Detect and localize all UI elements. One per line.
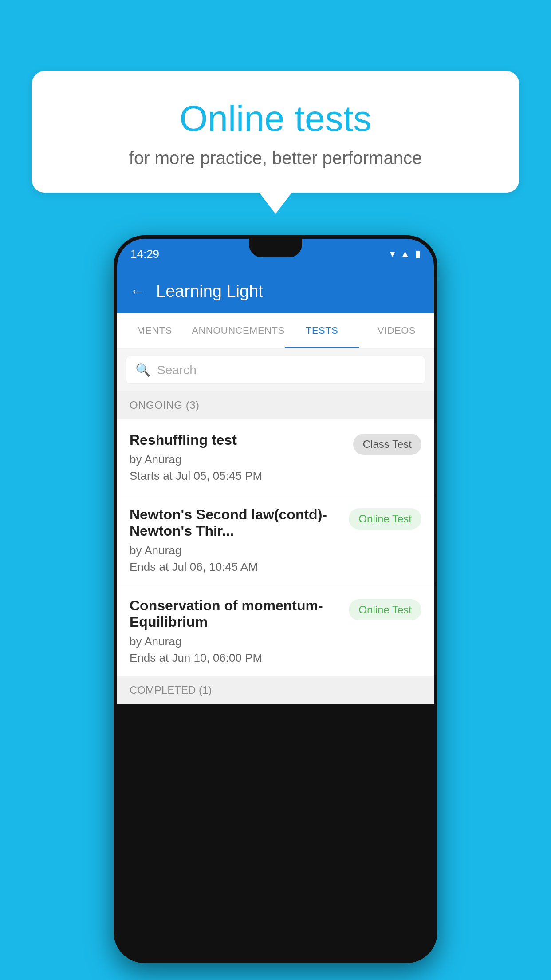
test-by-newton: by Anurag (130, 544, 342, 557)
app-bar-title: Learning Light (156, 282, 263, 301)
test-item-info-newton: Newton's Second law(contd)-Newton's Thir… (130, 506, 342, 574)
badge-reshuffling: Class Test (353, 434, 421, 455)
completed-section-header: COMPLETED (1) (117, 676, 434, 704)
test-by-reshuffling: by Anurag (130, 453, 346, 466)
test-name-conservation: Conservation of momentum-Equilibrium (130, 597, 342, 630)
search-icon: 🔍 (135, 363, 151, 377)
test-name-reshuffling: Reshuffling test (130, 432, 346, 448)
test-time-conservation: Ends at Jun 10, 06:00 PM (130, 651, 342, 665)
bubble-subtitle: for more practice, better performance (54, 148, 497, 168)
screen-content: 14:29 ▾ ▲ ▮ ← Learning Light MEN (117, 239, 434, 960)
phone-screen: 14:29 ▾ ▲ ▮ ← Learning Light MEN (114, 235, 437, 963)
tab-ments[interactable]: MENTS (117, 313, 192, 348)
wifi-icon: ▾ (390, 248, 395, 260)
tab-videos[interactable]: VIDEOS (359, 313, 434, 348)
test-time-reshuffling: Starts at Jul 05, 05:45 PM (130, 469, 346, 483)
test-item-newton[interactable]: Newton's Second law(contd)-Newton's Thir… (117, 494, 434, 585)
status-icons: ▾ ▲ ▮ (390, 248, 421, 260)
test-item-info-reshuffling: Reshuffling test by Anurag Starts at Jul… (130, 432, 346, 483)
search-bar[interactable]: 🔍 Search (126, 356, 425, 384)
scrollable-content: ONGOING (3) Reshuffling test by Anurag S… (117, 391, 434, 960)
app-bar: ← Learning Light (117, 269, 434, 313)
search-placeholder: Search (157, 363, 197, 377)
tab-tests[interactable]: TESTS (285, 313, 359, 348)
ongoing-section-header: ONGOING (3) (117, 391, 434, 419)
tab-announcements[interactable]: ANNOUNCEMENTS (192, 313, 284, 348)
battery-icon: ▮ (415, 248, 421, 260)
test-name-newton: Newton's Second law(contd)-Newton's Thir… (130, 506, 342, 539)
search-container: 🔍 Search (117, 349, 434, 391)
bubble-title: Online tests (54, 98, 497, 139)
tabs-container: MENTS ANNOUNCEMENTS TESTS VIDEOS (117, 313, 434, 349)
phone-inner: 14:29 ▾ ▲ ▮ ← Learning Light MEN (117, 239, 434, 960)
badge-conservation: Online Test (349, 599, 421, 620)
back-button[interactable]: ← (130, 282, 146, 300)
badge-newton: Online Test (349, 508, 421, 530)
test-item-reshuffling[interactable]: Reshuffling test by Anurag Starts at Jul… (117, 419, 434, 494)
notch (249, 239, 302, 257)
status-bar: 14:29 ▾ ▲ ▮ (117, 239, 434, 269)
status-time: 14:29 (130, 247, 159, 261)
test-item-conservation[interactable]: Conservation of momentum-Equilibrium by … (117, 585, 434, 676)
speech-bubble: Online tests for more practice, better p… (32, 71, 519, 193)
test-time-newton: Ends at Jul 06, 10:45 AM (130, 560, 342, 574)
test-by-conservation: by Anurag (130, 635, 342, 648)
phone-frame: 14:29 ▾ ▲ ▮ ← Learning Light MEN (114, 235, 437, 963)
test-item-info-conservation: Conservation of momentum-Equilibrium by … (130, 597, 342, 665)
signal-icon: ▲ (400, 248, 410, 260)
